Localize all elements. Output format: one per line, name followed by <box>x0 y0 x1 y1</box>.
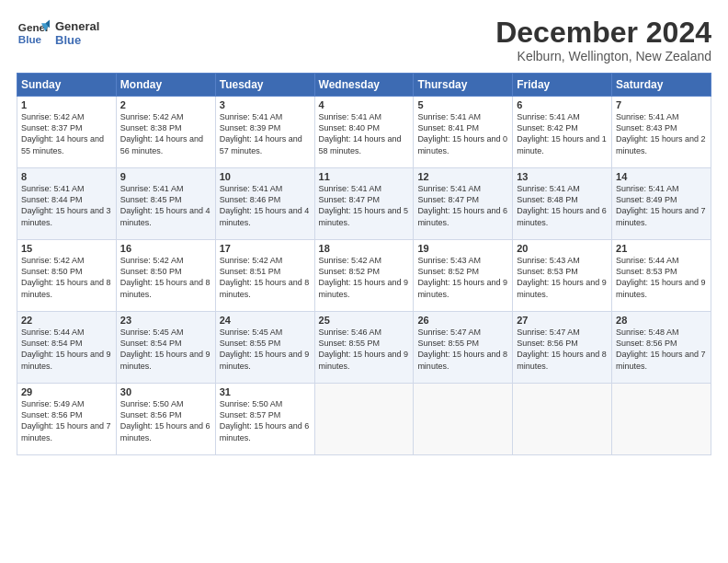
cell-text: Sunrise: 5:42 AMSunset: 8:50 PMDaylight:… <box>21 255 112 300</box>
title-block: December 2024 Kelburn, Wellington, New Z… <box>495 17 711 63</box>
day-number: 23 <box>120 315 211 326</box>
cell-text: Sunrise: 5:41 AMSunset: 8:41 PMDaylight:… <box>417 111 508 156</box>
day-number: 11 <box>319 171 410 182</box>
calendar-cell: 18Sunrise: 5:42 AMSunset: 8:52 PMDayligh… <box>314 240 414 312</box>
calendar-cell <box>414 384 513 455</box>
week-row-5: 29Sunrise: 5:49 AMSunset: 8:56 PMDayligh… <box>17 384 711 455</box>
calendar-cell: 22Sunrise: 5:44 AMSunset: 8:54 PMDayligh… <box>17 312 117 384</box>
calendar-cell <box>612 384 711 455</box>
col-header-saturday: Saturday <box>612 74 711 97</box>
week-row-2: 8Sunrise: 5:41 AMSunset: 8:44 PMDaylight… <box>17 168 711 240</box>
logo-general: General <box>55 19 99 33</box>
calendar-cell: 14Sunrise: 5:41 AMSunset: 8:49 PMDayligh… <box>612 168 711 240</box>
day-number: 16 <box>120 243 211 254</box>
cell-text: Sunrise: 5:41 AMSunset: 8:44 PMDaylight:… <box>21 183 112 228</box>
cell-text: Sunrise: 5:41 AMSunset: 8:40 PMDaylight:… <box>319 111 410 156</box>
subtitle: Kelburn, Wellington, New Zealand <box>495 49 711 63</box>
day-number: 3 <box>220 99 311 110</box>
calendar-cell: 30Sunrise: 5:50 AMSunset: 8:56 PMDayligh… <box>116 384 215 455</box>
calendar-cell: 24Sunrise: 5:45 AMSunset: 8:55 PMDayligh… <box>215 312 314 384</box>
day-number: 27 <box>517 315 608 326</box>
day-number: 8 <box>21 171 112 182</box>
calendar-cell: 15Sunrise: 5:42 AMSunset: 8:50 PMDayligh… <box>17 240 117 312</box>
day-number: 10 <box>220 171 311 182</box>
calendar-cell: 11Sunrise: 5:41 AMSunset: 8:47 PMDayligh… <box>314 168 414 240</box>
calendar-cell: 20Sunrise: 5:43 AMSunset: 8:53 PMDayligh… <box>513 240 612 312</box>
col-header-thursday: Thursday <box>414 74 513 97</box>
calendar-cell: 6Sunrise: 5:41 AMSunset: 8:42 PMDaylight… <box>513 97 612 168</box>
cell-text: Sunrise: 5:42 AMSunset: 8:37 PMDaylight:… <box>21 111 112 156</box>
cell-text: Sunrise: 5:42 AMSunset: 8:52 PMDaylight:… <box>319 255 410 300</box>
day-number: 6 <box>517 99 608 110</box>
calendar-table: SundayMondayTuesdayWednesdayThursdayFrid… <box>17 73 711 455</box>
cell-text: Sunrise: 5:50 AMSunset: 8:57 PMDaylight:… <box>220 398 311 443</box>
logo-icon: General Blue <box>17 17 50 50</box>
cell-text: Sunrise: 5:47 AMSunset: 8:55 PMDaylight:… <box>417 327 508 372</box>
day-number: 22 <box>21 315 112 326</box>
calendar-cell: 10Sunrise: 5:41 AMSunset: 8:46 PMDayligh… <box>215 168 314 240</box>
day-number: 21 <box>616 243 707 254</box>
cell-text: Sunrise: 5:48 AMSunset: 8:56 PMDaylight:… <box>616 327 707 372</box>
day-number: 5 <box>417 99 508 110</box>
calendar-cell: 4Sunrise: 5:41 AMSunset: 8:40 PMDaylight… <box>314 97 414 168</box>
cell-text: Sunrise: 5:43 AMSunset: 8:53 PMDaylight:… <box>517 255 608 300</box>
week-row-3: 15Sunrise: 5:42 AMSunset: 8:50 PMDayligh… <box>17 240 711 312</box>
cell-text: Sunrise: 5:41 AMSunset: 8:47 PMDaylight:… <box>417 183 508 228</box>
page: General Blue General Blue December 2024 … <box>0 0 728 563</box>
cell-text: Sunrise: 5:41 AMSunset: 8:48 PMDaylight:… <box>517 183 608 228</box>
calendar-cell: 27Sunrise: 5:47 AMSunset: 8:56 PMDayligh… <box>513 312 612 384</box>
calendar-cell: 29Sunrise: 5:49 AMSunset: 8:56 PMDayligh… <box>17 384 117 455</box>
day-number: 9 <box>120 171 211 182</box>
calendar-cell: 1Sunrise: 5:42 AMSunset: 8:37 PMDaylight… <box>17 97 117 168</box>
cell-text: Sunrise: 5:41 AMSunset: 8:49 PMDaylight:… <box>616 183 707 228</box>
calendar-cell: 28Sunrise: 5:48 AMSunset: 8:56 PMDayligh… <box>612 312 711 384</box>
cell-text: Sunrise: 5:41 AMSunset: 8:45 PMDaylight:… <box>120 183 211 228</box>
cell-text: Sunrise: 5:49 AMSunset: 8:56 PMDaylight:… <box>21 398 112 443</box>
header: General Blue General Blue December 2024 … <box>17 17 711 63</box>
day-number: 4 <box>319 99 410 110</box>
day-number: 30 <box>120 386 211 397</box>
day-number: 28 <box>616 315 707 326</box>
calendar-cell: 21Sunrise: 5:44 AMSunset: 8:53 PMDayligh… <box>612 240 711 312</box>
day-number: 25 <box>319 315 410 326</box>
col-header-friday: Friday <box>513 74 612 97</box>
cell-text: Sunrise: 5:45 AMSunset: 8:55 PMDaylight:… <box>220 327 311 372</box>
calendar-cell: 13Sunrise: 5:41 AMSunset: 8:48 PMDayligh… <box>513 168 612 240</box>
day-number: 12 <box>417 171 508 182</box>
day-number: 15 <box>21 243 112 254</box>
calendar-cell: 5Sunrise: 5:41 AMSunset: 8:41 PMDaylight… <box>414 97 513 168</box>
calendar-cell: 8Sunrise: 5:41 AMSunset: 8:44 PMDaylight… <box>17 168 117 240</box>
calendar-cell: 26Sunrise: 5:47 AMSunset: 8:55 PMDayligh… <box>414 312 513 384</box>
cell-text: Sunrise: 5:50 AMSunset: 8:56 PMDaylight:… <box>120 398 211 443</box>
day-number: 29 <box>21 386 112 397</box>
day-number: 17 <box>220 243 311 254</box>
calendar-cell <box>314 384 414 455</box>
calendar-cell: 23Sunrise: 5:45 AMSunset: 8:54 PMDayligh… <box>116 312 215 384</box>
cell-text: Sunrise: 5:41 AMSunset: 8:46 PMDaylight:… <box>220 183 311 228</box>
day-number: 24 <box>220 315 311 326</box>
week-row-1: 1Sunrise: 5:42 AMSunset: 8:37 PMDaylight… <box>17 97 711 168</box>
cell-text: Sunrise: 5:42 AMSunset: 8:38 PMDaylight:… <box>120 111 211 156</box>
col-header-tuesday: Tuesday <box>215 74 314 97</box>
col-header-monday: Monday <box>116 74 215 97</box>
calendar-cell: 19Sunrise: 5:43 AMSunset: 8:52 PMDayligh… <box>414 240 513 312</box>
cell-text: Sunrise: 5:44 AMSunset: 8:54 PMDaylight:… <box>21 327 112 372</box>
cell-text: Sunrise: 5:45 AMSunset: 8:54 PMDaylight:… <box>120 327 211 372</box>
header-row: SundayMondayTuesdayWednesdayThursdayFrid… <box>17 74 711 97</box>
cell-text: Sunrise: 5:41 AMSunset: 8:47 PMDaylight:… <box>319 183 410 228</box>
col-header-sunday: Sunday <box>17 74 117 97</box>
calendar-cell: 16Sunrise: 5:42 AMSunset: 8:50 PMDayligh… <box>116 240 215 312</box>
cell-text: Sunrise: 5:42 AMSunset: 8:50 PMDaylight:… <box>120 255 211 300</box>
calendar-cell: 25Sunrise: 5:46 AMSunset: 8:55 PMDayligh… <box>314 312 414 384</box>
calendar-cell: 12Sunrise: 5:41 AMSunset: 8:47 PMDayligh… <box>414 168 513 240</box>
logo: General Blue General Blue <box>17 17 99 50</box>
cell-text: Sunrise: 5:47 AMSunset: 8:56 PMDaylight:… <box>517 327 608 372</box>
calendar-cell: 2Sunrise: 5:42 AMSunset: 8:38 PMDaylight… <box>116 97 215 168</box>
day-number: 2 <box>120 99 211 110</box>
day-number: 14 <box>616 171 707 182</box>
calendar-cell: 3Sunrise: 5:41 AMSunset: 8:39 PMDaylight… <box>215 97 314 168</box>
calendar-cell: 17Sunrise: 5:42 AMSunset: 8:51 PMDayligh… <box>215 240 314 312</box>
cell-text: Sunrise: 5:41 AMSunset: 8:43 PMDaylight:… <box>616 111 707 156</box>
cell-text: Sunrise: 5:42 AMSunset: 8:51 PMDaylight:… <box>220 255 311 300</box>
day-number: 20 <box>517 243 608 254</box>
